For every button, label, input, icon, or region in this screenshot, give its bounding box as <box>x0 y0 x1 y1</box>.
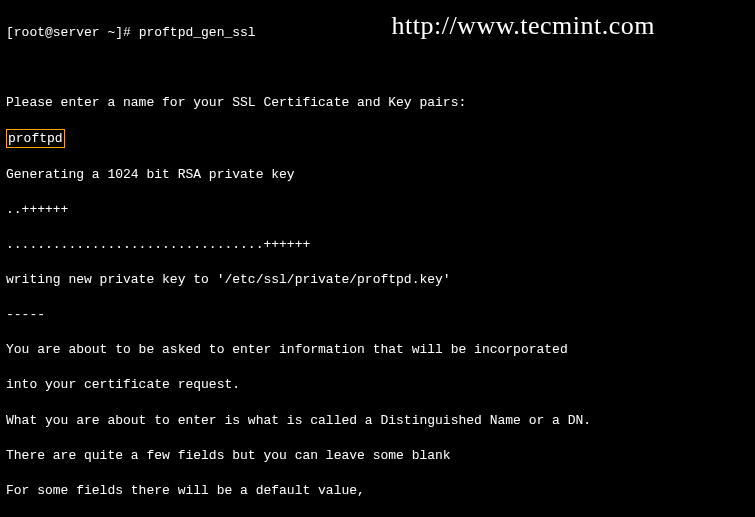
ssl-name-input-line: proftpd <box>6 129 749 149</box>
writing-key-line: writing new private key to '/etc/ssl/pri… <box>6 271 749 289</box>
watermark-url: http://www.tecmint.com <box>392 8 656 43</box>
generating-key-line: Generating a 1024 bit RSA private key <box>6 166 749 184</box>
command-text: proftpd_gen_ssl <box>139 25 256 40</box>
info-line-2: into your certificate request. <box>6 376 749 394</box>
dash-separator-1: ----- <box>6 306 749 324</box>
info-line-1: You are about to be asked to enter infor… <box>6 341 749 359</box>
ssl-name-highlighted: proftpd <box>6 129 65 149</box>
info-line-5: For some fields there will be a default … <box>6 482 749 500</box>
info-line-3: What you are about to enter is what is c… <box>6 412 749 430</box>
info-line-4: There are quite a few fields but you can… <box>6 447 749 465</box>
progress-line-1: ..++++++ <box>6 201 749 219</box>
shell-prompt: [root@server ~]# <box>6 25 131 40</box>
ssl-prompt-line: Please enter a name for your SSL Certifi… <box>6 94 749 112</box>
progress-line-2: .................................++++++ <box>6 236 749 254</box>
blank-line <box>6 59 749 77</box>
terminal-output: [root@server ~]# proftpd_gen_ssl Please … <box>6 6 749 517</box>
